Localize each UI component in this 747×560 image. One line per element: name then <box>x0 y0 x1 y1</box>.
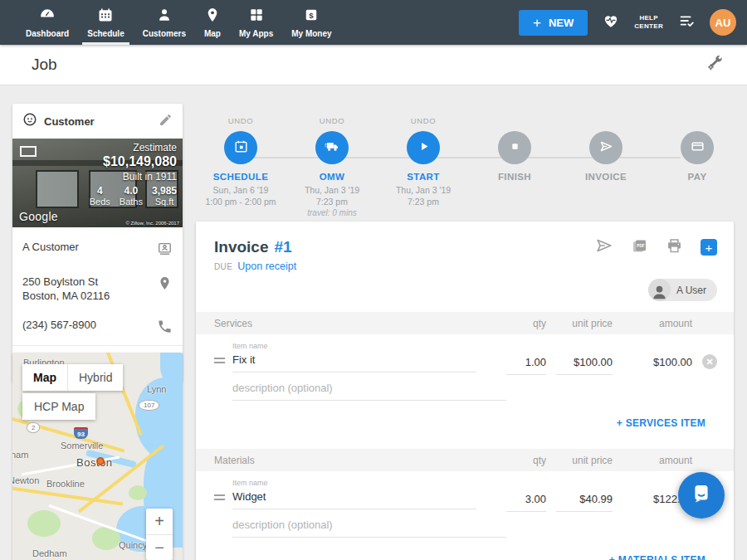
nav-tab-my-money[interactable]: $ My Money <box>282 0 340 45</box>
send-invoice-icon[interactable] <box>595 236 613 258</box>
add-materials-item-link[interactable]: + MATERIALS ITEM <box>609 554 706 560</box>
qty-column-header: qty <box>506 455 546 466</box>
invoice-card: Invoice #1 PDF + DUE Upon receipt <box>196 222 734 560</box>
service-description-input[interactable] <box>232 379 506 401</box>
grid-icon <box>248 7 265 27</box>
nav-tab-schedule[interactable]: Schedule <box>78 0 133 45</box>
map-pin-icon <box>204 7 221 27</box>
drag-handle-icon[interactable] <box>214 342 232 366</box>
add-services-item-link[interactable]: + SERVICES ITEM <box>617 417 706 429</box>
nav-tab-map[interactable]: Map <box>195 0 230 45</box>
location-pin-icon[interactable] <box>157 275 173 295</box>
timeline-step-pay: PAY <box>652 116 743 219</box>
map-card: Burlington Lynn Somerville Boston Brookl… <box>12 353 183 560</box>
nav-tab-customers[interactable]: Customers <box>134 0 195 45</box>
nav-tab-label: Customers <box>143 29 186 38</box>
material-description-input[interactable] <box>232 516 506 538</box>
calendar-icon <box>97 7 114 27</box>
add-invoice-icon[interactable]: + <box>701 239 717 256</box>
service-unit-price-input[interactable] <box>556 353 613 375</box>
dollar-icon: $ <box>303 7 320 27</box>
remove-service-item-button[interactable]: ✕ <box>702 354 717 369</box>
job-location-marker[interactable] <box>96 457 105 465</box>
amount-column-header: amount <box>622 318 692 329</box>
undo-button[interactable]: UNDO <box>411 116 436 126</box>
schedule-step-button[interactable] <box>224 131 257 164</box>
route-107-shield: 107 <box>139 400 159 411</box>
customer-card-title: Customer <box>44 115 152 128</box>
finish-step-button[interactable] <box>498 131 531 164</box>
street-view-icon[interactable] <box>20 146 37 157</box>
item-name-label: Item name <box>232 479 476 487</box>
customer-phone: (234) 567-8900 <box>22 318 157 332</box>
invoice-number[interactable]: #1 <box>274 238 291 256</box>
step-label: SCHEDULE <box>213 172 268 182</box>
chat-launcher-button[interactable] <box>678 472 725 519</box>
map-type-buttons: Map Hybrid <box>22 364 123 391</box>
material-item-name-input[interactable] <box>232 488 476 509</box>
stat-beds: 4 Beds <box>90 185 110 207</box>
hcp-map-button[interactable]: HCP Map <box>22 393 95 420</box>
play-icon <box>416 139 432 158</box>
help-center-line1: HELP <box>634 14 663 22</box>
person-icon <box>156 7 173 27</box>
material-item-row: Item name $122.97 <box>196 471 734 512</box>
help-center-line2: CENTER <box>634 22 663 31</box>
route-2-shield: 2 <box>27 422 40 433</box>
drag-handle-icon[interactable] <box>214 479 232 503</box>
help-center-link[interactable]: HELP CENTER <box>634 14 663 31</box>
zestimate-value: $10,149,080 <box>90 154 177 169</box>
new-button[interactable]: + NEW <box>519 10 588 36</box>
timeline-step-start: UNDO START Thu, Jan 3 '19 7:23 pm <box>378 116 469 219</box>
zoom-out-button[interactable]: − <box>146 534 173 560</box>
map-type-hybrid-button[interactable]: Hybrid <box>67 364 123 391</box>
invoice-step-button[interactable] <box>589 131 622 164</box>
pdf-icon[interactable]: PDF <box>631 237 648 258</box>
start-step-button[interactable] <box>407 131 440 164</box>
map-label-dedham: Dedham <box>32 548 67 558</box>
step-label: INVOICE <box>585 172 627 182</box>
address-line1: 250 Boylston St <box>22 275 98 288</box>
zestimate-label: Zestimate <box>90 142 177 153</box>
nav-tab-label: Schedule <box>87 29 124 38</box>
nav-tab-dashboard[interactable]: Dashboard <box>17 0 78 45</box>
step-label: FINISH <box>498 172 531 182</box>
assignee-chip[interactable]: A User <box>648 279 717 301</box>
step-label: START <box>407 172 439 182</box>
service-qty-input[interactable] <box>506 353 546 375</box>
nav-tabs: Dashboard Schedule Customers Map My Apps <box>0 0 341 45</box>
health-heart-icon[interactable] <box>602 12 620 33</box>
google-watermark: Google <box>19 210 58 223</box>
unit-price-column-header: unit price <box>556 318 613 329</box>
undo-button[interactable]: UNDO <box>320 116 344 126</box>
svg-text:$: $ <box>310 11 315 20</box>
job-settings-icon[interactable] <box>706 54 724 75</box>
edit-pencil-icon[interactable] <box>159 113 173 130</box>
services-header-bar: Services qty unit price amount <box>196 312 734 334</box>
material-qty-input[interactable] <box>506 490 546 512</box>
stat-baths: 4.0 Baths <box>120 185 143 207</box>
truck-icon <box>325 139 340 158</box>
map-type-map-button[interactable]: Map <box>22 364 67 391</box>
print-icon[interactable] <box>666 237 683 258</box>
material-unit-price-input[interactable] <box>556 490 613 512</box>
customer-face-icon <box>22 112 37 130</box>
zoom-in-button[interactable]: + <box>146 509 173 534</box>
checklist-icon[interactable] <box>677 12 696 33</box>
address-line2: Boston, MA 02116 <box>22 290 110 302</box>
service-item-name-input[interactable] <box>232 351 476 373</box>
step-dates: Thu, Jan 3 '19 7:23 pm <box>396 184 451 207</box>
pay-step-button[interactable] <box>681 131 714 164</box>
omw-step-button[interactable] <box>315 131 349 164</box>
user-avatar[interactable]: AU <box>710 9 736 36</box>
amount-column-header: amount <box>622 455 692 466</box>
customer-name: A Customer <box>22 240 157 254</box>
map-label-waltham-cut: ham <box>12 450 28 460</box>
nav-tab-label: My Money <box>291 29 331 38</box>
undo-button[interactable]: UNDO <box>228 116 253 126</box>
phone-icon[interactable] <box>157 318 173 338</box>
nav-tab-my-apps[interactable]: My Apps <box>230 0 282 45</box>
due-value-link[interactable]: Upon receipt <box>237 261 296 272</box>
services-section-title: Services <box>214 318 506 329</box>
contact-card-icon[interactable] <box>157 240 173 260</box>
